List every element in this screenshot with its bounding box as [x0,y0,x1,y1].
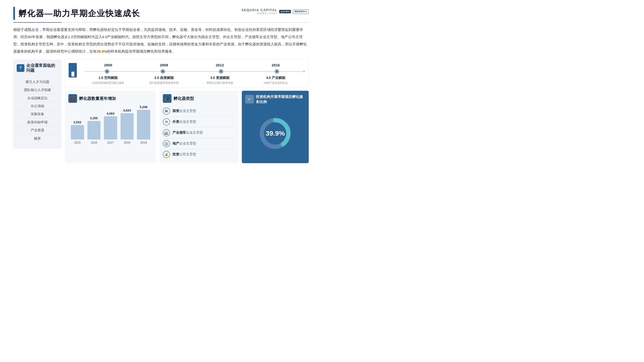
timeline-title-1: 2.0 政策赋能 [136,76,192,80]
title-accent-bar [13,7,15,20]
bottom-section: ? 企业通常面临的问题 吸引人才力问题团队核心人才组建企业战略定位办公场地实验设… [13,59,309,163]
donut-percentage: 39.9% [266,130,285,137]
page: 孵化器—助力早期企业快速成长 SEQUOIA CAPITAL 红杉资本 | CH… [0,0,322,181]
type-name-2: 产业领军企业主导型 [172,131,203,135]
briefcase-icon: 💼 [68,94,77,103]
timeline-dot-3 [219,70,222,73]
bar-year-3: 2018 [124,141,130,144]
timeline-years: 2000200920122016 [80,63,304,67]
type-item-0: 🏛国资企业主导型 [163,106,235,117]
timeline-title-0: 1.0 空间赋能 [80,76,136,80]
donut-title: 投资机构开展早期项目孵化服务比例 [256,94,305,104]
type-icon-3: 🏢 [163,140,170,147]
type-item-4: 💰投资公司主导型 [163,149,235,160]
bar-rect-2 [104,116,117,139]
header-divider [13,22,309,23]
timeline-area: 孵化器发展历程 2000200920122016 [65,59,309,87]
types-title: 孵化器类型 [174,96,194,101]
type-item-1: ✉外资企业主导型 [163,117,235,127]
timeline-title-3: 4.0 产业赋能 [248,76,304,80]
types-header: 🎓 孵化器类型 [163,94,235,103]
type-light-2: 企业主导型 [186,131,203,134]
bar-chart-header: 💼 孵化器数量逐年增加 [68,94,153,103]
bar-chart-panel: 💼 孵化器数量逐年增加 ↗ 2,53320153,25520164,063201… [65,91,156,163]
type-light-1: 企业主导型 [179,120,196,124]
sequoia-label: SEQUOIA CAPITAL [242,8,277,12]
type-name-3: 地产企业主导型 [172,141,196,146]
bar-year-1: 2016 [90,141,97,144]
problems-box: ? 企业通常面临的问题 吸引人才力问题团队核心人才组建企业战略定位办公场地实验设… [13,59,62,149]
bar-year-4: 2019 [140,141,147,144]
type-list: 🏛国资企业主导型✉外资企业主导型🏭产业领军企业主导型🏢地产企业主导型💰投资公司主… [163,106,235,160]
problem-item: 融资 [17,134,58,142]
timeline-year-3: 2016 [248,63,304,67]
type-light-3: 企业主导型 [179,141,196,145]
bar-value-2: 4,063 [106,112,114,115]
bar-group-3: 4,6242018 [120,109,134,144]
type-icon-0: 🏛 [163,107,170,115]
timeline-subtitle-1: 进行政策辅导和政策申报 [136,81,192,85]
body-paragraph: 相较于成熟企业，早期企业最需要支持与帮助，而孵化器恰好定位于早期创业者，为其提供… [13,26,309,55]
header: 孵化器—助力早期企业快速成长 SEQUOIA CAPITAL 红杉资本 | CH… [13,7,309,20]
type-bold-0: 国资 [172,109,179,113]
bar-year-2: 2017 [107,141,114,144]
bar-value-1: 3,255 [90,116,98,120]
type-bold-1: 外资 [172,120,179,124]
problem-item: 政策补贴申报 [17,118,58,126]
highlight-percentage: 39.9% [96,49,107,53]
bar-year-0: 2015 [74,141,81,144]
body-text-part2: 的样本机构提供早期项目孵化和培养服务。 [107,49,176,53]
bar-group-0: 2,5332015 [71,120,84,144]
graduation-icon: 🎓 [163,94,172,103]
timeline-track: 2000200920122016 1 [80,63,304,85]
donut-panel: ✓ 投资机构开展早期项目孵化服务比例 39.9% [242,91,309,163]
timeline-label: 孵化器发展历程 [68,63,77,77]
type-icon-2: 🏭 [163,129,170,136]
bar-group-4: 5,2062019 [137,105,150,144]
problem-item: 企业战略定位 [17,94,58,102]
bar-value-3: 4,624 [123,109,131,112]
problem-item: 吸引人才力问题 [17,78,58,86]
right-area: 孵化器发展历程 2000200920122016 [65,59,309,163]
timeline-subtitle-0: 以提供场地租赁为核心服务 [80,81,136,85]
sequoia-sub-label: 红杉资本 | CHINA [257,12,277,15]
donut-area: 39.9% [245,107,305,160]
timeline-line-row [80,69,304,74]
problem-item: 产业资源 [17,126,58,134]
timeline-subtitles: 以提供场地租赁为核心服务进行政策辅导和政策申报帮助企业进行资本对接对接产业生态内… [80,81,304,85]
type-bold-2: 产业领军 [172,131,186,134]
zero-ipo-badge: Zero²IPO [279,10,291,13]
problems-box-header: ? 企业通常面临的问题 [17,63,58,73]
problem-item: 团队核心人才组建 [17,86,58,94]
ipo-text: IPO [286,10,290,13]
timeline-dot-2 [161,70,164,73]
check-icon: ✓ [245,95,254,103]
bar-group-1: 3,2552016 [88,116,101,144]
qingke-badge: 清科研究中心 [293,9,309,14]
bar-chart-area: ↗ 2,53320153,25520164,06320174,62420185,… [68,106,153,144]
bar-rect-3 [120,113,134,139]
timeline-line [85,71,304,72]
type-name-4: 投资公司主导型 [172,152,196,157]
type-light-0: 企业主导型 [179,109,196,113]
bar-group-2: 4,0632017 [104,112,117,144]
type-light-4: 公司主导型 [179,152,196,156]
timeline-dot-4 [276,70,278,73]
timeline-year-0: 2000 [80,63,136,67]
bar-value-4: 5,206 [140,105,148,109]
problem-item: 办公场地 [17,102,58,110]
bar-rect-0 [71,125,84,139]
panels-row: 💼 孵化器数量逐年增加 ↗ 2,53320153,25520164,063201… [65,91,309,163]
type-item-2: 🏭产业领军企业主导型 [163,127,235,138]
problems-box-title: 企业通常面临的问题 [26,63,58,73]
timeline-title-2: 3.0 资源赋能 [192,76,248,80]
bar-rect-4 [137,110,150,139]
bar-value-0: 2,533 [74,120,82,124]
type-icon-1: ✉ [163,118,170,125]
timeline-subtitle-2: 帮助企业进行资本对接 [192,81,248,85]
type-name-1: 外资企业主导型 [172,120,196,124]
timeline-year-2: 2012 [192,63,248,67]
timeline-titles: 1.0 空间赋能2.0 政策赋能3.0 资源赋能4.0 产业赋能 [80,76,304,80]
type-bold-4: 投资 [172,152,179,156]
timeline-subtitle-3: 对接产业生态内企业 [248,81,304,85]
